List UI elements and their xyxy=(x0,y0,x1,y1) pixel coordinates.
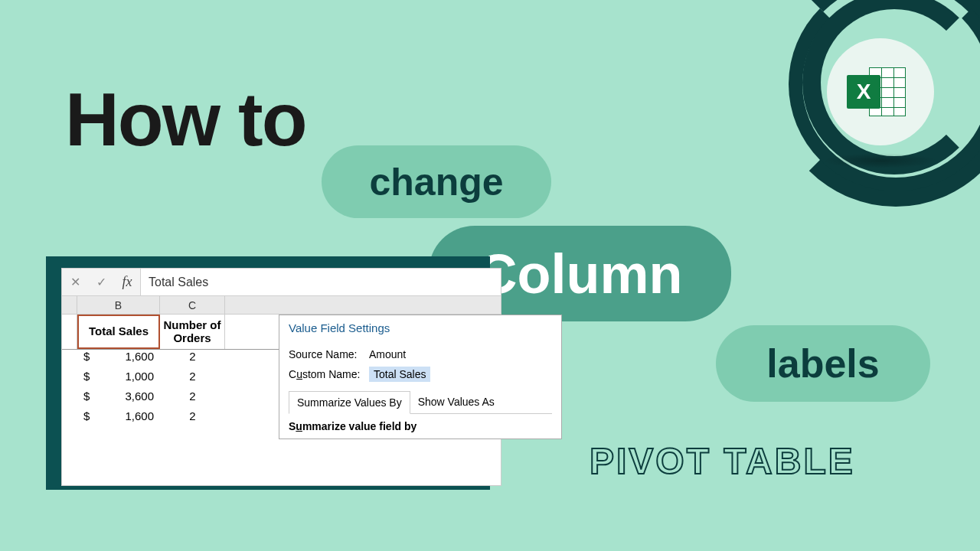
source-name-row: Source Name: Amount xyxy=(289,345,552,364)
pill-change: change xyxy=(322,145,551,218)
source-name-value: Amount xyxy=(369,348,406,360)
pill-labels: labels xyxy=(716,325,930,402)
fx-icon[interactable]: fx xyxy=(114,269,140,295)
value-field-settings-dialog: Value Field Settings Source Name: Amount… xyxy=(279,315,562,439)
header-number-orders[interactable]: Number of Orders xyxy=(160,315,225,349)
column-header-c[interactable]: C xyxy=(160,296,225,314)
dialog-tabs: Summarize Values By Show Values As xyxy=(289,391,552,414)
custom-name-input[interactable]: Total Sales xyxy=(369,367,430,382)
logo-shadow xyxy=(823,153,938,168)
excel-x-badge: X xyxy=(847,75,880,109)
column-header-row: B C xyxy=(62,296,501,315)
pivot-table-text: PIVOT TABLE xyxy=(590,440,855,482)
title-how-to: How to xyxy=(65,77,306,163)
column-header-b[interactable]: B xyxy=(77,296,160,314)
formula-bar-input[interactable]: Total Sales xyxy=(140,269,501,295)
cancel-icon[interactable]: ✕ xyxy=(62,269,88,295)
confirm-icon[interactable]: ✓ xyxy=(88,269,114,295)
custom-name-label: Custom Name: xyxy=(289,368,369,380)
tab-show-values-as[interactable]: Show Values As xyxy=(410,391,502,413)
custom-name-row: Custom Name: Total Sales xyxy=(289,364,552,385)
source-name-label: Source Name: xyxy=(289,348,369,360)
excel-screenshot-panel: ✕ ✓ fx Total Sales B C Total Sales Numbe… xyxy=(61,268,501,486)
header-total-sales[interactable]: Total Sales xyxy=(77,315,160,349)
excel-logo-icon: X xyxy=(827,38,934,145)
tab-summarize-values[interactable]: Summarize Values By xyxy=(289,391,410,414)
dialog-title: Value Field Settings xyxy=(279,315,561,341)
summarize-label: Summarize value field by xyxy=(289,414,552,434)
formula-bar: ✕ ✓ fx Total Sales xyxy=(62,269,501,296)
